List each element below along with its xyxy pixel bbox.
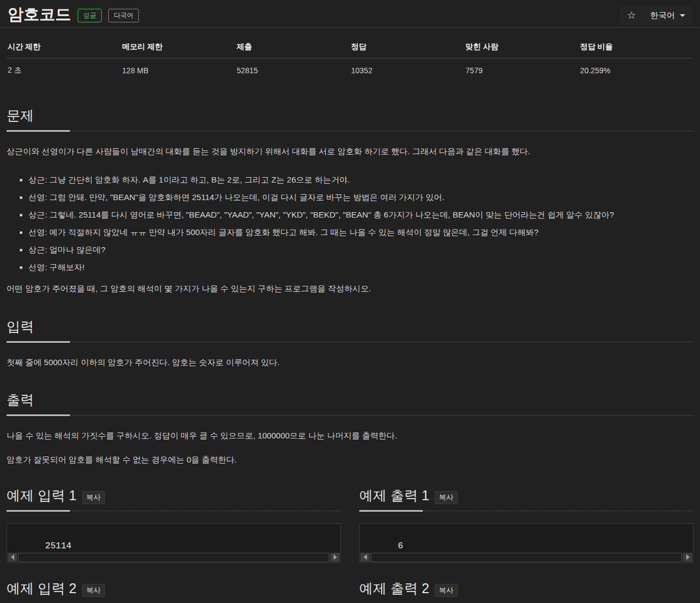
star-icon[interactable]: ☆ (620, 5, 643, 25)
sample-heading-label: 예제 출력 1 (359, 487, 429, 505)
section-heading-output: 출력 (7, 389, 693, 415)
scrollbar-thumb[interactable] (371, 553, 682, 562)
output-description-2: 암호가 잘못되어 암호를 해석할 수 없는 경우에는 0을 출력한다. (7, 454, 693, 466)
header-actions: ☆ 한국어 (620, 5, 692, 25)
info-value-row: 2 초 128 MB 52815 10352 7579 20.259% (7, 58, 693, 84)
sample-input-2-heading: 예제 입력 2 복사 (7, 577, 341, 603)
list-item: 상근: 그냥 간단히 암호화 하자. A를 1이라고 하고, B는 2로, 그리… (28, 174, 693, 185)
info-value-memory-limit: 128 MB (121, 58, 235, 84)
copy-button[interactable]: 복사 (82, 584, 105, 597)
scroll-right-button[interactable] (330, 553, 340, 562)
output-section: 출력 나올 수 있는 해석의 가짓수를 구하시오. 정답이 매우 클 수 있으므… (0, 389, 700, 466)
output-description-1: 나올 수 있는 해석의 가짓수를 구하시오. 정답이 매우 클 수 있으므로, … (7, 430, 693, 442)
list-item: 선영: 그럼 안돼. 만약, "BEAN"을 암호화하면 25114가 나오는데… (28, 191, 693, 203)
input-description: 첫째 줄에 5000자리 이하의 암호가 주어진다. 암호는 숫자로 이루어져 … (7, 356, 693, 368)
sample-heading-label: 예제 출력 2 (359, 579, 429, 598)
sample-output-1-pre: 6 (359, 523, 693, 563)
info-header-ratio: 정답 비율 (579, 38, 693, 58)
sample-heading-label: 예제 입력 2 (7, 579, 77, 598)
horizontal-scrollbar[interactable] (8, 553, 340, 562)
sample-output-1-value: 6 (398, 541, 404, 551)
info-header-submissions: 제출 (236, 38, 350, 58)
scroll-left-button[interactable] (360, 553, 370, 562)
problem-info: 시간 제한 메모리 제한 제출 정답 맞힌 사람 정답 비율 2 초 128 M… (0, 38, 700, 84)
list-item: 선영: 구해보자! (28, 261, 693, 273)
info-value-time-limit: 2 초 (7, 58, 121, 84)
sample-input-2-block: 예제 입력 2 복사 1111111111 (7, 577, 341, 603)
sample-input-1-heading: 예제 입력 1 복사 (7, 484, 341, 511)
scroll-left-arrow-icon (364, 554, 367, 560)
problem-outro: 어떤 암호가 주어졌을 때, 그 암호의 해석이 몇 가지가 나올 수 있는지 … (7, 283, 693, 295)
status-badge-success[interactable]: 성공 (78, 9, 102, 22)
title-wrap: 암호코드 성공 다국어 (8, 4, 139, 25)
scroll-right-button[interactable] (683, 553, 692, 562)
info-header-accepted: 정답 (350, 38, 464, 58)
sample-output-1-block: 예제 출력 1 복사 6 (359, 484, 693, 563)
page-title: 암호코드 (8, 4, 71, 25)
sample-output-2-block: 예제 출력 2 복사 89 (359, 577, 693, 603)
info-header-solvers: 맞힌 사람 (464, 38, 579, 58)
scroll-right-arrow-icon (334, 554, 337, 560)
chevron-down-icon (680, 14, 685, 17)
copy-button[interactable]: 복사 (82, 491, 105, 504)
list-item: 상근: 그렇네. 25114를 다시 영어로 바꾸면, "BEAAD", "YA… (28, 209, 693, 220)
page-header: 암호코드 성공 다국어 ☆ 한국어 (0, 0, 700, 28)
problem-intro: 상근이와 선영이가 다른 사람들이 남매간의 대화를 듣는 것을 방지하기 위해… (7, 145, 693, 157)
scrollbar-thumb[interactable] (18, 553, 329, 562)
dialogue-list: 상근: 그냥 간단히 암호화 하자. A를 1이라고 하고, B는 2로, 그리… (7, 174, 693, 273)
language-selector[interactable]: 한국어 (643, 6, 692, 25)
info-value-ratio: 20.259% (579, 58, 693, 84)
section-heading-problem: 문제 (7, 104, 693, 131)
horizontal-scrollbar[interactable] (360, 553, 692, 562)
sample-output-2-heading: 예제 출력 2 복사 (359, 577, 693, 603)
copy-button[interactable]: 복사 (435, 584, 458, 597)
info-value-submissions: 52815 (236, 58, 350, 84)
info-value-solvers: 7579 (464, 58, 579, 84)
sample-input-1-block: 예제 입력 1 복사 25114 (7, 484, 341, 563)
list-item: 선영: 예가 적절하지 않았네 ㅠㅠ 만약 내가 500자리 글자를 암호화 했… (28, 226, 693, 238)
sample-input-1-value: 25114 (45, 541, 72, 551)
scroll-left-button[interactable] (8, 553, 17, 562)
problem-info-table: 시간 제한 메모리 제한 제출 정답 맞힌 사람 정답 비율 2 초 128 M… (7, 38, 693, 84)
input-section: 입력 첫째 줄에 5000자리 이하의 암호가 주어진다. 암호는 숫자로 이루… (0, 315, 700, 368)
info-header-memory-limit: 메모리 제한 (121, 38, 235, 58)
info-header-row: 시간 제한 메모리 제한 제출 정답 맞힌 사람 정답 비율 (7, 38, 693, 58)
language-label: 한국어 (650, 10, 675, 21)
scroll-left-arrow-icon (11, 554, 14, 560)
scroll-right-arrow-icon (686, 554, 690, 560)
info-header-time-limit: 시간 제한 (7, 38, 121, 58)
section-heading-input: 입력 (7, 315, 693, 342)
sample-input-1-pre: 25114 (7, 523, 341, 563)
copy-button[interactable]: 복사 (435, 491, 458, 504)
badge-multilingual[interactable]: 다국어 (108, 9, 139, 22)
problem-section: 문제 상근이와 선영이가 다른 사람들이 남매간의 대화를 듣는 것을 방지하기… (0, 104, 700, 295)
sample-heading-label: 예제 입력 1 (7, 487, 77, 505)
sample-output-1-heading: 예제 출력 1 복사 (359, 484, 693, 511)
info-value-accepted: 10352 (350, 58, 464, 84)
samples-grid: 예제 입력 1 복사 25114 예제 출력 1 복사 6 (0, 484, 700, 603)
list-item: 상근: 얼마나 많은데? (28, 244, 693, 255)
